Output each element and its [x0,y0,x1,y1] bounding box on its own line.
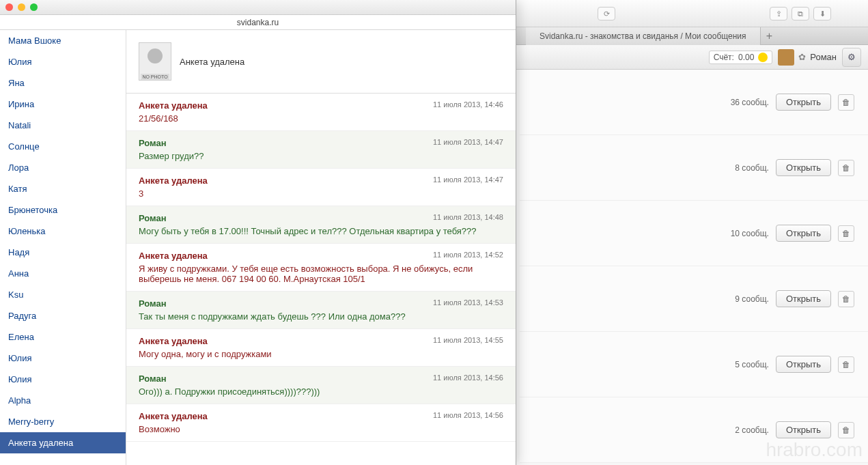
contact-item[interactable]: Брюнеточка [0,199,126,221]
message-sender: Анкета удалена [139,251,208,261]
maximize-icon[interactable] [30,3,38,11]
message-sender: Роман [139,213,167,223]
contact-item[interactable]: Солнце [0,136,126,157]
contact-item[interactable]: Alpha [0,390,126,411]
balance-value: 0.00 [738,53,754,62]
message: Анкета удалена11 июля 2013, 14:56Возможн… [126,404,516,442]
message: Анкета удалена11 июля 2013, 14:4621/56/1… [126,94,516,131]
close-icon[interactable] [5,3,13,11]
message-time: 11 июля 2013, 14:53 [433,298,503,309]
message-sender: Роман [139,138,167,148]
message: Роман11 июля 2013, 14:47Размер груди?? [126,131,516,169]
conversation-list: 36 сообщ.Открыть🗑8 сообщ.Открыть🗑10 сооб… [520,70,868,463]
message: Роман11 июля 2013, 14:56Ого))) а. Подруж… [126,367,516,404]
message-time: 11 июля 2013, 14:56 [433,374,503,384]
message-body: Ого))) а. Подружки присоединяться))))???… [139,386,503,397]
popup-titlebar[interactable] [0,0,516,15]
open-button[interactable]: Открыть [776,225,831,242]
popup-window: svidanka.ru Мама ВшокеЮлияЯнаИринаNatali… [0,0,516,465]
delete-button[interactable]: 🗑 [838,422,854,438]
message-body: 21/56/168 [139,113,503,124]
delete-button[interactable]: 🗑 [838,356,854,373]
message-sender: Анкета удалена [139,100,208,111]
contact-item[interactable]: Юлия [0,51,126,72]
message: Роман11 июля 2013, 14:48Могу быть у тебя… [126,206,516,244]
message: Анкета удалена11 июля 2013, 14:55Могу од… [126,329,516,367]
contact-item[interactable]: Юлия [0,369,126,390]
contact-item[interactable]: Надя [0,242,126,263]
minimize-icon[interactable] [18,3,25,11]
message-body: Могу одна, могу и с подружками [139,349,503,359]
contact-item[interactable]: Ирина [0,94,126,115]
message-body: Могу быть у тебя в 17.00!!! Точный адрес… [139,226,503,236]
delete-button[interactable]: 🗑 [838,291,854,307]
message-time: 11 июля 2013, 14:47 [433,138,503,148]
contact-item[interactable]: Елена [0,326,126,348]
contact-item[interactable]: Яна [0,72,126,94]
contact-item[interactable]: Анкета удалена [0,432,126,453]
browser-tab-active[interactable]: Svidanka.ru - знакомства и свиданья / Мо… [526,27,761,45]
conversation-row: 8 сообщ.Открыть🗑 [520,135,868,201]
message-time: 11 июля 2013, 14:48 [433,213,503,223]
no-photo-avatar: NO PHOTO [139,42,171,81]
message: Анкета удалена11 июля 2013, 14:473 [126,169,516,206]
message-sender: Анкета удалена [139,411,208,421]
contact-item[interactable]: Радуга [0,305,126,326]
popup-body: Мама ВшокеЮлияЯнаИринаNataliСолнцеЛораКа… [0,30,516,465]
contact-item[interactable]: Анна [0,263,126,284]
contact-item[interactable]: Юленька [0,221,126,242]
conversation-row: 36 сообщ.Открыть🗑 [520,70,868,135]
message: Анкета удалена11 июля 2013, 14:52Я живу … [126,244,516,292]
open-button[interactable]: Открыть [776,421,831,438]
user-chip[interactable]: ✿ Роман [778,49,837,66]
delete-button[interactable]: 🗑 [838,225,854,242]
username: Роман [810,52,837,62]
contact-list: Мама ВшокеЮлияЯнаИринаNataliСолнцеЛораКа… [0,30,126,465]
contact-item[interactable]: Ksu [0,284,126,305]
message-count: 10 сообщ. [731,229,769,238]
open-button[interactable]: Открыть [776,290,831,307]
message-time: 11 июля 2013, 14:47 [433,175,503,186]
coin-icon [758,53,768,62]
message-body: Я живу с подружками. У тебя еще есть воз… [139,264,503,284]
tabs-button[interactable]: ⧉ [792,7,809,20]
message-sender: Анкета удалена [139,336,208,346]
message-body: Возможно [139,424,503,434]
message-time: 11 июля 2013, 14:55 [433,336,503,346]
user-status-icon: ✿ [798,52,806,62]
contact-item[interactable]: Мама Вшоке [0,30,126,51]
message-count: 9 сообщ. [735,294,769,304]
downloads-button[interactable]: ⬇ [813,7,831,20]
message-time: 11 июля 2013, 14:52 [433,251,503,261]
messages-container: Анкета удалена11 июля 2013, 14:4621/56/1… [126,94,516,465]
reload-button[interactable]: ⟳ [598,7,615,20]
message-time: 11 июля 2013, 14:46 [433,100,503,111]
watermark: hrabro.com [766,439,863,461]
contact-item[interactable]: Лора [0,157,126,178]
delete-button[interactable]: 🗑 [838,160,854,176]
share-button[interactable]: ⇪ [770,7,787,20]
thread-header: NO PHOTO Анкета удалена [126,30,516,94]
open-button[interactable]: Открыть [776,356,831,373]
contact-item[interactable]: Merry-berry [0,411,126,432]
contact-item[interactable]: Катя [0,178,126,199]
message-body: Так ты меня с подружками ждать будешь ??… [139,311,503,322]
thread-title: Анкета удалена [180,57,244,67]
message-sender: Анкета удалена [139,175,208,186]
conversation-row: 9 сообщ.Открыть🗑 [520,266,868,332]
account-balance[interactable]: Счёт: 0.00 [709,51,773,64]
contact-item[interactable]: Юлия [0,348,126,369]
message-sender: Роман [139,374,167,384]
open-button[interactable]: Открыть [776,159,831,176]
new-tab-button[interactable]: + [761,30,779,42]
avatar [778,49,794,66]
message-time: 11 июля 2013, 14:56 [433,411,503,421]
delete-button[interactable]: 🗑 [838,94,854,111]
message-count: 36 сообщ. [731,98,769,107]
message-count: 8 сообщ. [735,163,769,173]
open-button[interactable]: Открыть [776,94,831,111]
message-body: Размер груди?? [139,151,503,161]
message-count: 5 сообщ. [735,360,769,369]
settings-button[interactable]: ⚙ [842,48,861,67]
contact-item[interactable]: Natali [0,115,126,136]
